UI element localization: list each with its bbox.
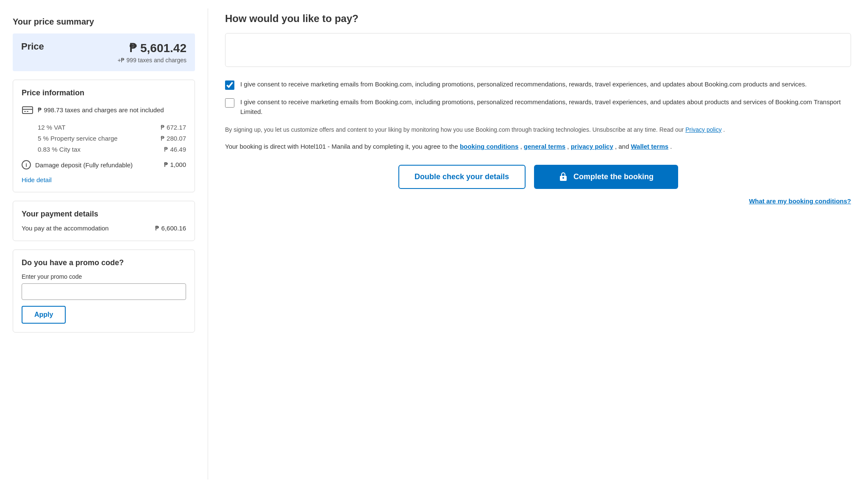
taxes-header-row: ₱ 998.73 taxes and charges are not inclu… [22,104,186,116]
property-charge-line: 5 % Property service charge ₱ 280.07 [22,133,186,144]
vat-line: 12 % VAT ₱ 672.17 [22,122,186,133]
property-charge-value: ₱ 280.07 [161,135,186,142]
price-summary-title: Your price summary [13,17,195,27]
complete-booking-button[interactable]: Complete the booking [534,165,678,189]
promo-input[interactable] [22,283,186,300]
booking-terms-prefix: Your booking is direct with Hotel101 - M… [225,143,460,150]
deposit-value: ₱ 1,000 [164,161,186,169]
hide-detail-link[interactable]: Hide detail [22,176,186,183]
promo-title: Do you have a promo code? [22,258,186,267]
deposit-row: i Damage deposit (Fully refundable) ₱ 1,… [22,160,186,169]
price-info-section: Price information ₱ 998.73 taxes and cha… [13,80,195,192]
promo-section: Do you have a promo code? Enter your pro… [13,250,195,333]
deposit-left: i Damage deposit (Fully refundable) [22,160,133,169]
action-buttons: Double check your details Complete the b… [225,165,851,189]
price-summary-section: Your price summary Price ₱ 5,601.42 +₱ 9… [13,17,195,71]
consent-text-1: I give consent to receive marketing emai… [240,80,807,89]
city-tax-label: 0.83 % City tax [38,146,81,153]
legal-text: By signing up, you let us customize offe… [225,125,851,134]
general-terms-link[interactable]: general terms [524,143,565,150]
property-charge-label: 5 % Property service charge [38,135,117,142]
payment-method-box [225,33,851,67]
taxes-header-text: ₱ 998.73 taxes and charges are not inclu… [38,106,164,114]
comma-1: , [520,143,523,150]
double-check-button[interactable]: Double check your details [398,165,526,189]
consent-area: I give consent to receive marketing emai… [225,80,851,116]
period: . [670,143,672,150]
lock-icon [558,172,568,182]
booking-conditions-question-link[interactable]: What are my booking conditions? [749,197,851,205]
city-tax-value: ₱ 46.49 [164,146,186,153]
price-info-title: Price information [22,89,186,97]
complete-booking-label: Complete the booking [573,172,654,181]
privacy-policy-link-2[interactable]: privacy policy [571,143,613,150]
booking-conditions-question-container: What are my booking conditions? [225,197,851,205]
legal-text-suffix: . [723,126,725,133]
payment-details-section: Your payment details You pay at the acco… [13,201,195,241]
how-pay-title: How would you like to pay? [225,8,851,25]
price-box: Price ₱ 5,601.42 +₱ 999 taxes and charge… [13,33,195,71]
booking-conditions-link[interactable]: booking conditions [460,143,518,150]
svg-rect-0 [22,107,33,114]
consent-item-2: I give consent to receive marketing emai… [225,97,851,116]
price-label: Price [21,41,44,52]
vat-value: ₱ 672.17 [161,124,186,131]
legal-text-prefix: By signing up, you let us customize offe… [225,126,684,133]
city-tax-line: 0.83 % City tax ₱ 46.49 [22,144,186,155]
consent-item-1: I give consent to receive marketing emai… [225,80,851,90]
svg-rect-3 [27,111,28,112]
tax-icon [22,104,33,116]
payment-row: You pay at the accommodation ₱ 6,600.16 [22,225,186,232]
comma-2: , [567,143,570,150]
payment-details-title: Your payment details [22,210,186,219]
consent-checkbox-1[interactable] [225,80,234,90]
consent-text-2: I give consent to receive marketing emai… [240,97,851,116]
deposit-label: Damage deposit (Fully refundable) [35,161,133,169]
privacy-policy-link[interactable]: Privacy policy [685,126,722,133]
svg-rect-2 [24,111,26,112]
wallet-terms-link[interactable]: Wallet terms [631,143,668,150]
right-column: How would you like to pay? I give consen… [208,8,868,480]
payment-row-label: You pay at the accommodation [22,225,108,232]
vat-label: 12 % VAT [38,124,65,131]
price-value: ₱ 5,601.42 [129,41,186,55]
booking-terms-text: Your booking is direct with Hotel101 - M… [225,141,851,152]
left-column: Your price summary Price ₱ 5,601.42 +₱ 9… [0,8,208,480]
payment-row-value: ₱ 6,600.16 [155,225,186,232]
info-icon: i [22,160,31,169]
promo-input-label: Enter your promo code [22,273,186,280]
apply-button[interactable]: Apply [22,306,66,324]
consent-checkbox-2[interactable] [225,98,234,108]
price-sub: +₱ 999 taxes and charges [21,57,186,64]
and-text: , and [615,143,631,150]
